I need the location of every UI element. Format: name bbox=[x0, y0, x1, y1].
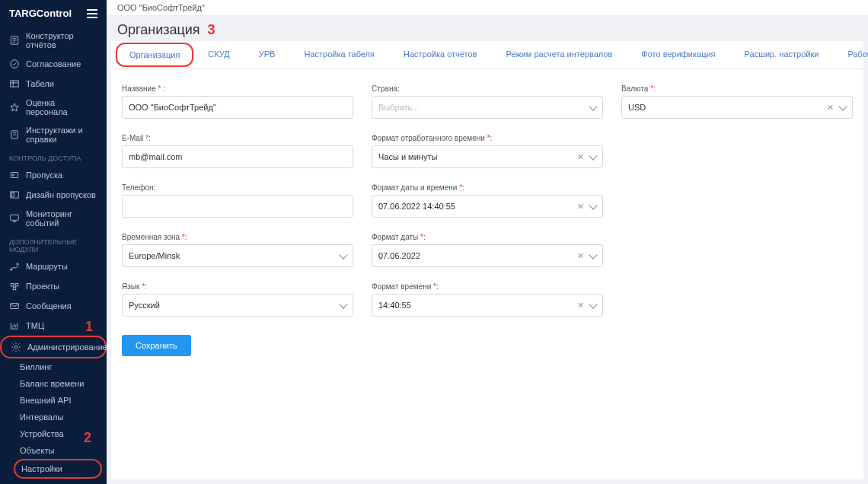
svg-rect-11 bbox=[11, 284, 14, 287]
nav-assessment[interactable]: Оценка персонала bbox=[0, 94, 107, 121]
chevron-down-icon bbox=[339, 250, 347, 259]
select-tz[interactable]: Europe/Minsk bbox=[122, 244, 353, 267]
field-empty4 bbox=[621, 282, 853, 317]
input-phone[interactable] bbox=[122, 195, 353, 218]
clear-icon[interactable]: ✕ bbox=[827, 103, 834, 113]
check-icon bbox=[9, 59, 20, 69]
nav-label: ТМЦ bbox=[26, 321, 44, 330]
sidebar: TARGControl Конструктор отчётов Согласов… bbox=[0, 0, 107, 484]
nav-label: Проекты bbox=[26, 282, 59, 291]
svg-rect-12 bbox=[15, 284, 18, 287]
clear-icon[interactable]: ✕ bbox=[577, 152, 584, 162]
field-empty1 bbox=[621, 134, 853, 168]
clear-icon[interactable]: ✕ bbox=[577, 202, 584, 212]
select-value: Выбрать... bbox=[378, 103, 419, 112]
clear-icon[interactable]: ✕ bbox=[577, 301, 584, 310]
select-currency[interactable]: USD✕ bbox=[621, 96, 853, 119]
svg-point-10 bbox=[17, 263, 18, 265]
nav-label: Согласование bbox=[26, 59, 81, 68]
page-header: Организация 3 bbox=[107, 16, 868, 41]
nav-label: Конструктор отчётов bbox=[26, 31, 97, 49]
tab-urv[interactable]: УРВ bbox=[244, 41, 290, 68]
field-currency: Валюта *: USD✕ bbox=[621, 84, 853, 119]
tab-timesheet-setup[interactable]: Настройка табеля bbox=[289, 41, 389, 68]
tab-photo-verify[interactable]: Фото верификация bbox=[627, 41, 729, 68]
nav-label: Инструктажи и справки bbox=[26, 126, 97, 144]
tab-interval-mode[interactable]: Режим расчета интервалов bbox=[491, 41, 627, 68]
svg-point-5 bbox=[12, 174, 14, 176]
star-icon bbox=[9, 102, 20, 113]
select-country[interactable]: Выбрать... bbox=[372, 96, 603, 119]
select-worktime[interactable]: Часы и минуты✕ bbox=[372, 145, 603, 168]
doc-icon bbox=[9, 129, 20, 140]
nav-sub-news[interactable]: Новости bbox=[0, 479, 107, 484]
nav-sub-settings[interactable]: Настройки bbox=[14, 459, 102, 479]
svg-rect-13 bbox=[13, 287, 16, 290]
svg-rect-7 bbox=[12, 193, 14, 197]
input-email[interactable] bbox=[122, 145, 353, 168]
nav-pass-design[interactable]: Дизайн пропусков bbox=[0, 185, 107, 205]
select-datetime[interactable]: 07.06.2022 14:40:55✕ bbox=[372, 195, 603, 218]
nav-label: Администрирование bbox=[27, 342, 107, 352]
select-value: Europe/Minsk bbox=[129, 251, 180, 260]
svg-rect-2 bbox=[11, 81, 19, 87]
gear-icon bbox=[11, 342, 21, 352]
nav-admin[interactable]: Администрирование bbox=[0, 336, 107, 358]
nav-label: Пропуска bbox=[26, 170, 62, 180]
input-name[interactable] bbox=[122, 96, 353, 119]
svg-rect-14 bbox=[11, 304, 19, 309]
field-date: Формат даты *: 07.06.2022✕ bbox=[372, 233, 603, 267]
chevron-down-icon bbox=[838, 102, 847, 110]
label-date: Формат даты *: bbox=[372, 233, 603, 241]
select-time[interactable]: 14:40:55✕ bbox=[372, 294, 603, 317]
route-icon bbox=[9, 261, 20, 272]
nav-sub-intervals[interactable]: Интервалы bbox=[0, 409, 107, 425]
field-time: Формат времени *: 14:40:55✕ bbox=[372, 282, 603, 317]
select-lang[interactable]: Русский bbox=[122, 294, 353, 317]
clear-icon[interactable]: ✕ bbox=[577, 251, 584, 261]
nav-label: Мониторинг событий bbox=[26, 209, 97, 228]
tabs: Организация СКУД УРВ Настройка табеля На… bbox=[111, 41, 863, 69]
nav-monitoring[interactable]: Мониторинг событий bbox=[0, 205, 107, 232]
label-currency: Валюта *: bbox=[621, 84, 853, 93]
chevron-down-icon bbox=[589, 151, 597, 160]
annotation-3: 3 bbox=[208, 22, 215, 38]
save-button[interactable]: Сохранить bbox=[122, 335, 191, 356]
tab-report-setup[interactable]: Настройка отчетов bbox=[389, 41, 491, 68]
nav-messages[interactable]: Сообщения bbox=[0, 296, 107, 316]
select-value: 14:40:55 bbox=[378, 301, 411, 310]
select-date[interactable]: 07.06.2022✕ bbox=[372, 244, 603, 267]
svg-point-1 bbox=[11, 60, 19, 68]
nav-approval[interactable]: Согласование bbox=[0, 54, 107, 74]
nav-passes[interactable]: Пропуска bbox=[0, 165, 107, 185]
chevron-down-icon bbox=[589, 300, 597, 308]
nav-routes[interactable]: Маршруты bbox=[0, 256, 107, 276]
label-name: Название * : bbox=[122, 84, 353, 93]
svg-rect-8 bbox=[11, 215, 19, 220]
tab-organization[interactable]: Организация bbox=[116, 43, 193, 67]
report-icon bbox=[9, 35, 20, 46]
nav-timesheets[interactable]: Табели bbox=[0, 74, 107, 94]
tab-advanced[interactable]: Расшир. настройки bbox=[730, 41, 834, 68]
nav-sub-balance[interactable]: Баланс времени bbox=[0, 375, 107, 392]
project-icon bbox=[9, 281, 20, 291]
svg-point-15 bbox=[14, 345, 18, 349]
hamburger-icon[interactable] bbox=[87, 9, 97, 18]
tab-skud[interactable]: СКУД bbox=[193, 41, 244, 68]
nav-section-modules: ДОПОЛНИТЕЛЬНЫЕ МОДУЛИ bbox=[0, 232, 107, 256]
field-datetime: Формат даты и времени *: 07.06.2022 14:4… bbox=[372, 183, 603, 218]
field-worktime: Формат отработанного времени *: Часы и м… bbox=[372, 134, 603, 168]
label-phone: Телефон: bbox=[122, 183, 353, 192]
nav-projects[interactable]: Проекты bbox=[0, 276, 107, 296]
field-phone: Телефон: bbox=[122, 183, 353, 218]
monitor-icon bbox=[9, 213, 20, 224]
nav-sub-api[interactable]: Внешний API bbox=[0, 392, 107, 409]
nav-sub-billing[interactable]: Биллинг bbox=[0, 358, 107, 375]
app-logo: TARGControl bbox=[9, 8, 72, 19]
label-tz: Временная зона *: bbox=[122, 233, 353, 241]
label-email: E-Mail *: bbox=[122, 134, 353, 142]
nav-briefings[interactable]: Инструктажи и справки bbox=[0, 121, 107, 148]
tab-workdays[interactable]: Рабочие сутки bbox=[833, 41, 868, 68]
nav-reports[interactable]: Конструктор отчётов bbox=[0, 27, 107, 54]
topbar: ООО "БиоСофтТрейд" bbox=[107, 0, 868, 16]
